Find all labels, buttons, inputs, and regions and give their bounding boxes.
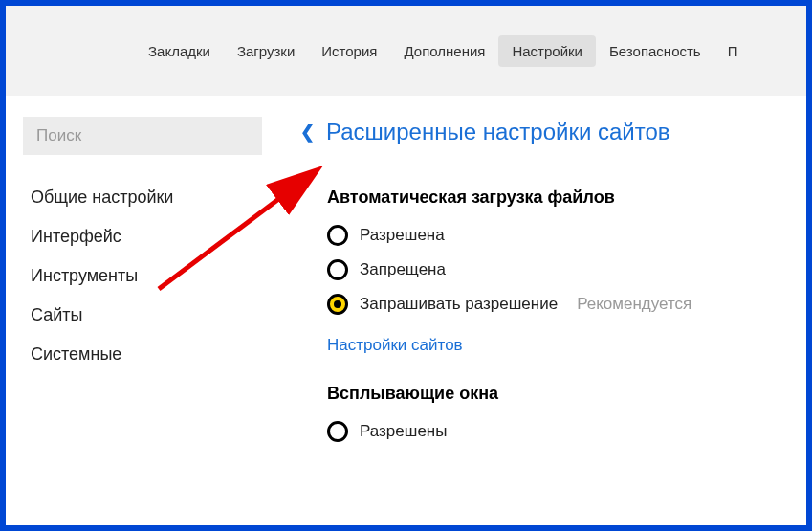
recommended-hint: Рекомендуется [577,295,691,314]
tab-addons[interactable]: Дополнения [390,35,498,67]
site-settings-link[interactable]: Настройки сайтов [327,336,463,355]
sidebar-item-general[interactable]: Общие настройки [23,178,266,217]
sidebar-item-sites[interactable]: Сайты [23,296,266,335]
radio-label: Разрешена [360,226,445,245]
top-tabs: Закладки Загрузки История Дополнения Нас… [6,6,806,96]
section-popups: Всплывающие окна Разрешены [300,384,806,442]
radio-option-ask[interactable]: Запрашивать разрешение Рекомендуется [327,294,806,315]
sidebar-item-interface[interactable]: Интерфейс [23,217,266,256]
main-panel: ❮ Расширенные настройки сайтов Автоматич… [283,96,806,525]
tab-downloads[interactable]: Загрузки [224,35,308,67]
tab-settings[interactable]: Настройки [498,35,596,67]
tab-security[interactable]: Безопасность [596,35,714,67]
section-title: Всплывающие окна [327,384,806,404]
section-title: Автоматическая загрузка файлов [327,188,806,208]
search-input[interactable] [23,117,262,155]
tab-bookmarks[interactable]: Закладки [135,35,224,67]
tab-history[interactable]: История [308,35,390,67]
tab-truncated[interactable]: П [714,35,752,67]
radio-icon[interactable] [327,259,348,280]
radio-label: Запрашивать разрешение [360,295,558,314]
sidebar: Общие настройки Интерфейс Инструменты Са… [6,96,283,525]
sidebar-item-system[interactable]: Системные [23,335,266,374]
radio-option-allowed[interactable]: Разрешена [327,225,806,246]
radio-label: Запрещена [360,260,446,279]
radio-icon-selected[interactable] [327,294,348,315]
section-auto-download: Автоматическая загрузка файлов Разрешена… [300,188,806,355]
radio-icon[interactable] [327,421,348,442]
radio-icon[interactable] [327,225,348,246]
page-title: Расширенные настройки сайтов [326,119,670,145]
radio-label: Разрешены [360,422,447,441]
radio-option-blocked[interactable]: Запрещена [327,259,806,280]
radio-option-allowed[interactable]: Разрешены [327,421,806,442]
sidebar-item-tools[interactable]: Инструменты [23,256,266,296]
back-chevron-icon[interactable]: ❮ [300,122,315,143]
page-title-row: ❮ Расширенные настройки сайтов [300,119,806,145]
